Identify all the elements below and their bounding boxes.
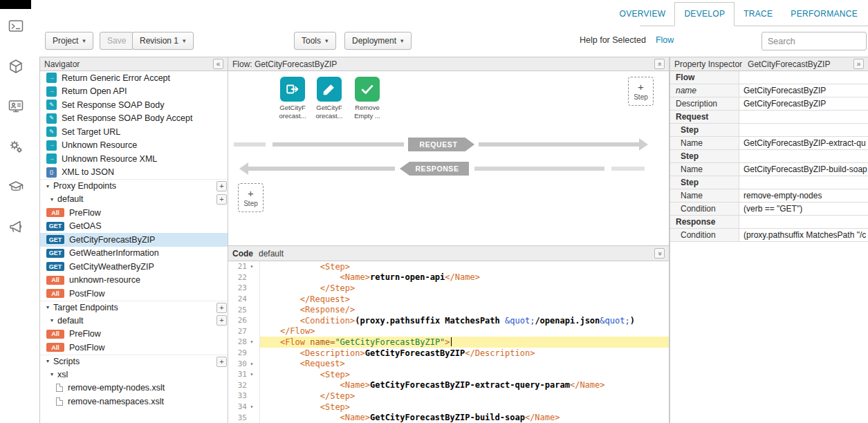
- tab-overview[interactable]: OVERVIEW: [611, 3, 675, 26]
- line-number: 35: [228, 413, 247, 422]
- endpoint-flow-item[interactable]: AllPreFlow: [40, 206, 228, 220]
- add-step-button-top[interactable]: + Step: [628, 77, 654, 106]
- help-flow-link[interactable]: Flow: [656, 35, 674, 45]
- expand-panel-icon[interactable]: »: [853, 59, 864, 69]
- endpoint-flow-item[interactable]: Allunknown-resource: [40, 274, 228, 288]
- script-file-item[interactable]: remove-namespaces.xslt: [40, 395, 228, 408]
- verb-badge: All: [46, 343, 64, 352]
- policy-item[interactable]: →Return Generic Error Accept: [40, 71, 228, 85]
- policy-label: Return Open API: [62, 86, 127, 96]
- tab-performance[interactable]: PERFORMANCE: [782, 3, 867, 26]
- code-panel: Code default » 21▾ <Step>22 <Name>return…: [228, 245, 670, 423]
- add-button[interactable]: +: [216, 357, 227, 367]
- property-value[interactable]: GetCityForecastByZIP-extract-qu: [739, 137, 868, 149]
- inspector-section-row: Step: [670, 176, 868, 189]
- collapse-panel-icon[interactable]: «: [213, 59, 223, 69]
- property-label: Step: [670, 176, 739, 189]
- section-label: Scripts: [53, 357, 80, 366]
- code-line: 28▾ <Flow name="GetCityForecastByZIP">: [228, 337, 669, 348]
- tools-button[interactable]: Tools▾: [294, 32, 336, 50]
- property-value[interactable]: (verb == "GET"): [739, 203, 868, 215]
- section-scripts[interactable]: ▾Scripts+: [40, 355, 228, 368]
- develop-screen-icon[interactable]: [7, 97, 25, 115]
- fold-marker-icon[interactable]: ▾: [247, 263, 257, 270]
- property-value: [739, 71, 868, 84]
- fold-marker-icon[interactable]: ▾: [247, 404, 257, 410]
- endpoint-flow-item[interactable]: GETGetCityForecastByZIP: [40, 233, 228, 247]
- search-input[interactable]: [761, 32, 867, 50]
- policy-item[interactable]: ✎Set Target URL: [40, 125, 228, 139]
- tree-caret-icon[interactable]: ▾: [50, 317, 53, 323]
- code-line: 21▾ <Step>: [228, 261, 669, 272]
- script-file-item[interactable]: remove-empty-nodes.xslt: [40, 382, 228, 395]
- code-line: 34▾ <Step>: [228, 402, 669, 413]
- tree-caret-icon[interactable]: ▾: [46, 358, 49, 364]
- group-default[interactable]: ▾default+: [40, 314, 228, 328]
- policy-item[interactable]: →Unknown Resource: [40, 139, 228, 153]
- section-target-endpoints[interactable]: ▾Target Endpoints+: [40, 301, 228, 314]
- revision-button[interactable]: Revision 1▾: [132, 32, 194, 50]
- tree-caret-icon[interactable]: ▾: [46, 183, 49, 189]
- inspector-section-row: Flow: [670, 71, 868, 84]
- line-number: 25: [228, 306, 247, 314]
- property-label: Description: [670, 97, 739, 110]
- add-button[interactable]: +: [216, 303, 227, 313]
- collapse-code-icon[interactable]: »: [654, 248, 665, 258]
- tree-caret-icon[interactable]: ▾: [50, 371, 53, 377]
- tab-trace[interactable]: TRACE: [735, 3, 782, 26]
- verb-badge: GET: [46, 262, 64, 271]
- fold-marker-icon[interactable]: ▾: [247, 371, 257, 377]
- add-step-button-bottom[interactable]: + Step: [238, 183, 264, 212]
- property-value[interactable]: GetCityForecastByZIP-build-soap: [739, 163, 868, 176]
- policy-item[interactable]: {}XML to JSON: [40, 166, 228, 180]
- endpoint-flow-item[interactable]: AllPostFlow: [40, 341, 228, 355]
- policy-item[interactable]: →Unknown Resource XML: [40, 152, 228, 166]
- learn-cap-icon[interactable]: [7, 178, 25, 196]
- fold-marker-icon[interactable]: ▾: [247, 361, 257, 367]
- policy-item[interactable]: ✎Set Response SOAP Body Accept: [40, 112, 228, 126]
- property-value[interactable]: GetCityForecastByZIP: [739, 97, 868, 110]
- tree-caret-icon[interactable]: ▾: [50, 196, 53, 203]
- group-xsl[interactable]: ▾xsl: [40, 368, 228, 382]
- terminal-icon[interactable]: [7, 17, 25, 35]
- admin-gears-icon[interactable]: [7, 138, 25, 156]
- section-proxy-endpoints[interactable]: ▾Proxy Endpoints+: [40, 179, 228, 193]
- policy-label: Unknown Resource: [62, 140, 137, 150]
- endpoint-flow-item[interactable]: GETGetOAS: [40, 220, 228, 234]
- navigator-list: →Return Generic Error Accept→Return Open…: [40, 71, 228, 423]
- flow-step-export[interactable]: GetCityForecast...: [275, 77, 310, 120]
- property-value[interactable]: (proxy.pathsuffix MatchesPath "/c: [739, 229, 868, 241]
- endpoint-flow-item[interactable]: GETGetCityWeatherByZIP: [40, 260, 228, 274]
- flow-step-edit[interactable]: GetCityForecast...: [312, 77, 347, 120]
- navigator-sections: ▾Proxy Endpoints+▾default+AllPreFlowGETG…: [40, 179, 228, 408]
- code-line: 35 <Name>GetCityForecastByZIP-build-soap…: [228, 412, 669, 423]
- property-label: Step: [670, 150, 739, 162]
- property-value[interactable]: remove-empty-nodes: [739, 189, 868, 202]
- policy-item[interactable]: →Return Open API: [40, 85, 228, 99]
- group-default[interactable]: ▾default+: [40, 193, 228, 207]
- window-chrome-fragment: [0, 0, 31, 9]
- request-flow-arrow: REQUEST: [234, 138, 663, 151]
- fold-marker-icon[interactable]: ▾: [247, 339, 257, 345]
- add-button[interactable]: +: [216, 194, 227, 205]
- project-button[interactable]: Project▾: [45, 32, 93, 50]
- announcements-megaphone-icon[interactable]: [7, 218, 25, 236]
- line-number: 22: [228, 273, 247, 282]
- endpoint-flow-item[interactable]: AllPostFlow: [40, 287, 228, 301]
- flow-step-check[interactable]: RemoveEmpty ...: [350, 77, 385, 120]
- save-button[interactable]: Save: [100, 32, 133, 50]
- code-editor[interactable]: 21▾ <Step>22 <Name>return-open-api</Name…: [228, 261, 669, 423]
- collapse-flow-icon[interactable]: »: [654, 59, 665, 69]
- endpoint-flow-item[interactable]: AllPreFlow: [40, 328, 228, 341]
- policy-item[interactable]: ✎Set Response SOAP Body: [40, 98, 228, 112]
- inspector-section-row: Response: [670, 216, 868, 229]
- add-button[interactable]: +: [216, 315, 227, 326]
- tree-caret-icon[interactable]: ▾: [46, 304, 49, 310]
- line-number: 29: [228, 348, 247, 357]
- property-value[interactable]: GetCityForecastByZIP: [739, 84, 868, 97]
- api-proxies-icon[interactable]: [7, 57, 25, 75]
- add-button[interactable]: +: [216, 181, 227, 191]
- endpoint-flow-item[interactable]: GETGetWeatherInformation: [40, 247, 228, 261]
- tab-develop[interactable]: DEVELOP: [674, 2, 735, 26]
- deployment-button[interactable]: Deployment▾: [344, 32, 412, 50]
